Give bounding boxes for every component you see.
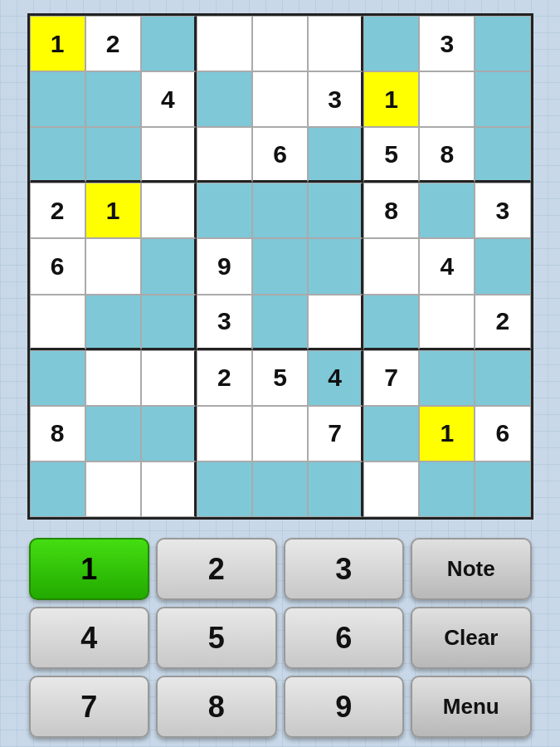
numpad-btn-menu[interactable]: Menu [411, 676, 532, 738]
cell-7-0[interactable]: 8 [30, 406, 85, 461]
cell-8-5[interactable] [308, 461, 363, 517]
numpad: 123Note456Clear789Menu [19, 528, 542, 747]
cell-5-8[interactable]: 2 [475, 295, 530, 350]
cell-0-5[interactable] [308, 16, 363, 71]
numpad-btn-8[interactable]: 8 [156, 676, 277, 738]
cell-2-7[interactable]: 8 [419, 127, 475, 183]
cell-4-2[interactable] [141, 238, 197, 294]
cell-0-0[interactable]: 1 [30, 16, 85, 71]
cell-3-3[interactable] [197, 183, 252, 238]
cell-2-2[interactable] [141, 127, 197, 183]
cell-3-8[interactable]: 3 [475, 183, 530, 238]
cell-4-4[interactable] [252, 238, 308, 294]
numpad-btn-9[interactable]: 9 [284, 676, 405, 738]
cell-8-7[interactable] [419, 461, 475, 517]
sudoku-grid: 12343165821836943225478716 [27, 13, 533, 520]
cell-8-1[interactable] [85, 461, 141, 517]
cell-3-2[interactable] [141, 183, 197, 238]
cell-1-1[interactable] [85, 71, 141, 127]
cell-7-1[interactable] [85, 406, 141, 461]
cell-4-0[interactable]: 6 [30, 238, 85, 294]
header [0, 0, 560, 13]
cell-7-6[interactable] [363, 406, 419, 461]
cell-4-5[interactable] [308, 238, 363, 294]
cell-5-2[interactable] [141, 295, 197, 350]
cell-0-7[interactable]: 3 [419, 16, 475, 71]
cell-6-3[interactable]: 2 [197, 350, 252, 406]
cell-0-8[interactable] [475, 16, 530, 71]
cell-3-4[interactable] [252, 183, 308, 238]
cell-5-1[interactable] [85, 295, 141, 350]
cell-6-2[interactable] [141, 350, 197, 406]
cell-1-4[interactable] [252, 71, 308, 127]
cell-4-8[interactable] [475, 238, 530, 294]
cell-6-7[interactable] [419, 350, 475, 406]
cell-7-7[interactable]: 1 [419, 406, 475, 461]
numpad-btn-clear[interactable]: Clear [411, 607, 532, 669]
cell-5-3[interactable]: 3 [197, 295, 252, 350]
cell-2-0[interactable] [30, 127, 85, 183]
cell-1-5[interactable]: 3 [308, 71, 363, 127]
cell-6-5[interactable]: 4 [308, 350, 363, 406]
cell-8-6[interactable] [363, 461, 419, 517]
cell-3-1[interactable]: 1 [85, 183, 141, 238]
numpad-btn-4[interactable]: 4 [29, 607, 150, 669]
cell-6-4[interactable]: 5 [252, 350, 308, 406]
cell-4-1[interactable] [85, 238, 141, 294]
grid-container: 12343165821836943225478716 [19, 13, 542, 520]
cell-0-2[interactable] [141, 16, 197, 71]
numpad-btn-3[interactable]: 3 [284, 538, 405, 600]
cell-4-7[interactable]: 4 [419, 238, 475, 294]
cell-8-4[interactable] [252, 461, 308, 517]
cell-5-0[interactable] [30, 295, 85, 350]
cell-8-3[interactable] [197, 461, 252, 517]
cell-7-5[interactable]: 7 [308, 406, 363, 461]
cell-3-6[interactable]: 8 [363, 183, 419, 238]
cell-4-3[interactable]: 9 [197, 238, 252, 294]
cell-2-1[interactable] [85, 127, 141, 183]
cell-3-7[interactable] [419, 183, 475, 238]
cell-3-5[interactable] [308, 183, 363, 238]
numpad-btn-7[interactable]: 7 [29, 676, 150, 738]
cell-5-4[interactable] [252, 295, 308, 350]
cell-6-0[interactable] [30, 350, 85, 406]
cell-8-2[interactable] [141, 461, 197, 517]
cell-4-6[interactable] [363, 238, 419, 294]
cell-2-6[interactable]: 5 [363, 127, 419, 183]
cell-6-6[interactable]: 7 [363, 350, 419, 406]
numpad-btn-1[interactable]: 1 [29, 538, 150, 600]
cell-0-1[interactable]: 2 [85, 16, 141, 71]
numpad-btn-6[interactable]: 6 [284, 607, 405, 669]
cell-0-3[interactable] [197, 16, 252, 71]
cell-1-0[interactable] [30, 71, 85, 127]
cell-5-6[interactable] [363, 295, 419, 350]
numpad-btn-5[interactable]: 5 [156, 607, 277, 669]
cell-2-3[interactable] [197, 127, 252, 183]
cell-5-7[interactable] [419, 295, 475, 350]
numpad-btn-note[interactable]: Note [411, 538, 532, 600]
cell-8-8[interactable] [475, 461, 530, 517]
cell-2-5[interactable] [308, 127, 363, 183]
cell-2-4[interactable]: 6 [252, 127, 308, 183]
cell-7-4[interactable] [252, 406, 308, 461]
cell-1-3[interactable] [197, 71, 252, 127]
cell-1-8[interactable] [475, 71, 530, 127]
cell-8-0[interactable] [30, 461, 85, 517]
cell-6-1[interactable] [85, 350, 141, 406]
cell-7-2[interactable] [141, 406, 197, 461]
cell-7-3[interactable] [197, 406, 252, 461]
numpad-btn-2[interactable]: 2 [156, 538, 277, 600]
cell-1-6[interactable]: 1 [363, 71, 419, 127]
cell-2-8[interactable] [475, 127, 530, 183]
cell-3-0[interactable]: 2 [30, 183, 85, 238]
cell-7-8[interactable]: 6 [475, 406, 530, 461]
cell-1-7[interactable] [419, 71, 475, 127]
cell-6-8[interactable] [475, 350, 530, 406]
cell-0-6[interactable] [363, 16, 419, 71]
cell-5-5[interactable] [308, 295, 363, 350]
cell-1-2[interactable]: 4 [141, 71, 197, 127]
cell-0-4[interactable] [252, 16, 308, 71]
